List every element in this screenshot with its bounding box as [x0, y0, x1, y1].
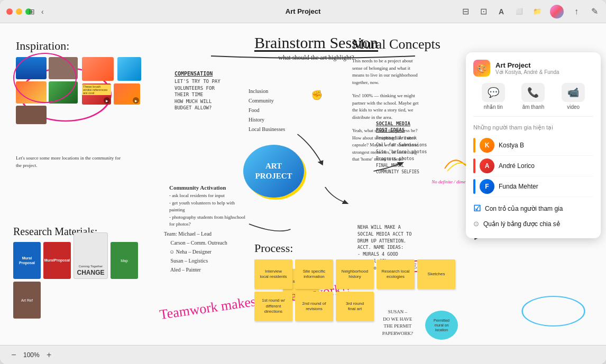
collaboration-panel: 🎨 Art Project Với Kostya, André & Funda … — [466, 52, 601, 238]
art-project-circle: ARTPROJECT — [243, 145, 304, 198]
mural-note-2: Yes! 100% — thinking we might partner wi… — [352, 92, 463, 121]
process-step-1: Interviewlocal residents — [254, 259, 292, 289]
photo-3 — [16, 81, 47, 104]
sidebar-toggle-button[interactable]: ⊞ — [26, 6, 37, 17]
collab-title: Art Project — [495, 61, 559, 69]
photo-1 — [16, 57, 47, 79]
research-section: Research Materials: Mural Proposal Mural… — [13, 226, 164, 319]
andre-color — [473, 158, 475, 173]
process-step-8: 3rd roundfinal art — [336, 292, 374, 321]
photo-sticky-note: These brush stroke references are cool — [82, 85, 111, 95]
board-option[interactable]: ⊙ Quản lý bảng được chia sẻ — [473, 217, 593, 231]
process-step-3: Neighborhoodhistory — [336, 259, 374, 289]
inspiration-photos: ▶ ▶ These brush stroke references are co… — [16, 57, 143, 126]
process-title: Process: — [254, 241, 466, 255]
process-section: Process: Interviewlocal residents Site s… — [254, 241, 466, 321]
participant-andre: A André Lorico — [473, 156, 593, 176]
audio-icon: 📞 — [521, 83, 545, 102]
process-step-7: 2nd round ofrevisions — [295, 292, 333, 321]
inspiration-title: Inspiration: — [16, 39, 164, 53]
zoom-in-button[interactable]: + — [44, 350, 54, 360]
list-view-icon[interactable]: ⊟ — [460, 6, 471, 17]
mural-location-note: Permittedmural onlocation — [425, 311, 458, 340]
collab-title-block: Art Project Với Kostya, André & Funda — [495, 61, 559, 75]
board-option-icon: ⊙ — [473, 220, 479, 228]
participant-kostya: K Kostya B — [473, 135, 593, 156]
andre-avatar: A — [480, 158, 494, 173]
photo-6 — [82, 57, 114, 81]
activation-title: Community Activation — [169, 184, 251, 191]
funda-avatar: F — [480, 179, 494, 194]
main-window: ⊞ ‹ Art Project ⊟ ⊡ A ⬜ 📁 ↑ ✎ — [0, 0, 606, 364]
edit-button[interactable]: ✎ — [589, 6, 600, 17]
mural-title: Mural Concepts — [352, 36, 463, 52]
close-button[interactable] — [6, 8, 13, 15]
community-items: InclusionCommunityFoodHistoryLocal Busin… — [249, 87, 307, 134]
cursor-option-label: Con trỏ của người tham gia — [485, 205, 563, 212]
cursor-option[interactable]: ☑ Con trỏ của người tham gia — [473, 200, 593, 217]
video-action[interactable]: 📹 video — [562, 83, 585, 110]
andre-name: André Lorico — [499, 162, 535, 170]
inspiration-note: Let's source some more locations in the … — [16, 155, 122, 169]
audio-label: âm thanh — [522, 104, 545, 110]
bottom-bar: − 100% + — [0, 345, 606, 364]
audio-action[interactable]: 📞 âm thanh — [521, 83, 545, 110]
photo-5 — [16, 106, 47, 124]
video-label: video — [567, 104, 580, 110]
message-action[interactable]: 💬 nhắn tin — [482, 83, 505, 110]
process-step-2: Site specificinformation — [295, 259, 333, 289]
compensation-title: COMPENSATION — [175, 71, 243, 77]
collab-app-icon: 🎨 — [473, 60, 490, 77]
main-canvas: Inspiration: — [0, 23, 606, 345]
book-2: MuralProposal — [43, 242, 71, 279]
shape-tool-icon[interactable]: ⬜ — [514, 6, 525, 17]
window-title: Art Project — [286, 7, 320, 15]
community-list: InclusionCommunityFoodHistoryLocal Busin… — [249, 87, 307, 134]
zoom-out-button[interactable]: − — [8, 350, 19, 360]
minimize-button[interactable] — [16, 8, 22, 15]
susan-note: SUSAN –DO WE HAVETHE PERMITPAPERWORK? — [382, 309, 413, 337]
book-1: Mural Proposal — [13, 242, 41, 279]
mural-section: Mural Concepts This needs to be a projec… — [352, 36, 463, 163]
zoom-level: 100% — [23, 351, 40, 359]
collab-subtitle: Với Kostya, André & Funda — [495, 69, 559, 75]
team-section: Team: Michael – Lead Carson – Comm. Outr… — [164, 229, 259, 274]
kostya-avatar: K — [480, 138, 494, 153]
grid-view-icon[interactable]: ⊡ — [478, 6, 489, 17]
user-avatar[interactable] — [550, 5, 564, 18]
titlebar: ⊞ ‹ Art Project ⊟ ⊡ A ⬜ 📁 ↑ ✎ — [0, 0, 606, 23]
collab-actions: 💬 nhắn tin 📞 âm thanh 📹 video — [473, 83, 593, 117]
team-members: Team: Michael – Lead Carson – Comm. Outr… — [164, 229, 259, 274]
svg-point-1 — [522, 296, 585, 326]
book-grid: Mural Proposal MuralProposal Coming Toge… — [13, 242, 164, 319]
community-activation: Community Activation - ask local residen… — [169, 184, 251, 228]
mural-note-1: This needs to be a project about sense o… — [352, 58, 463, 86]
activation-items: - ask local residents for input - get yo… — [169, 192, 251, 228]
book-4: Map — [111, 242, 138, 279]
cursor-check-icon: ☑ — [473, 203, 481, 213]
process-step-5: Sketches — [417, 259, 455, 289]
toolbar: ⊟ ⊡ A ⬜ 📁 ↑ ✎ — [460, 5, 600, 18]
titlebar-center: Art Project — [286, 7, 320, 15]
folder-icon[interactable]: 📁 — [532, 6, 543, 17]
photo-9: ▶ — [114, 83, 140, 105]
back-button[interactable]: ‹ — [41, 7, 44, 16]
participant-funda: F Funda Mehter — [473, 176, 593, 197]
message-label: nhắn tin — [484, 104, 503, 110]
participants-section-title: Những người tham gia hiện tại — [473, 124, 593, 131]
inspiration-section: Inspiration: — [16, 39, 164, 169]
change-book: Coming Together CHANGE — [74, 232, 108, 279]
process-step-4: Research localecologies — [377, 259, 415, 289]
process-step-6: 1st round w/differentdirections — [254, 292, 292, 321]
photo-7 — [117, 57, 141, 81]
funda-name: Funda Mehter — [499, 183, 538, 190]
video-icon: 📹 — [562, 83, 585, 102]
photo-4 — [49, 81, 78, 104]
compensation-box: COMPENSATION LET'S TRY TO PAYVOLUNTEERS … — [175, 71, 243, 111]
collab-header: 🎨 Art Project Với Kostya, André & Funda — [473, 60, 593, 77]
funda-color — [473, 179, 475, 194]
compensation-text: LET'S TRY TO PAYVOLUNTEERS FORTHEIR TIME… — [175, 78, 243, 111]
kostya-name: Kostya B — [499, 142, 524, 149]
share-button[interactable]: ↑ — [571, 6, 582, 17]
text-tool-icon[interactable]: A — [496, 6, 507, 17]
